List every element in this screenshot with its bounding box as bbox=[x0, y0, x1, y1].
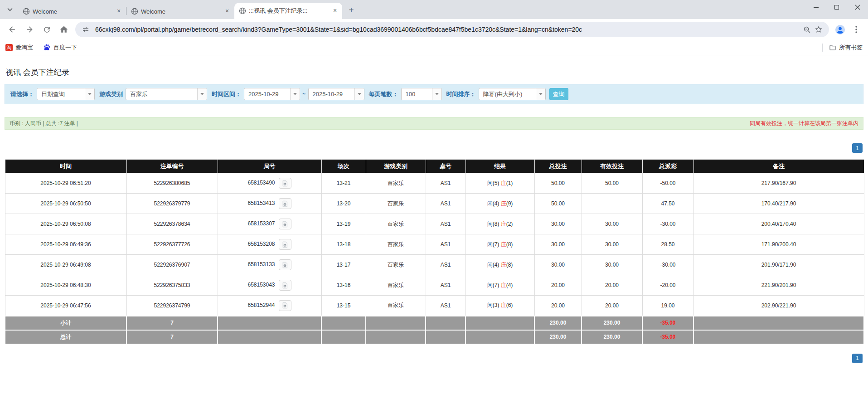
home-icon bbox=[59, 25, 68, 34]
cell-total-bet: 50.00 bbox=[534, 173, 582, 194]
cell-bet-id: 522926379779 bbox=[126, 194, 218, 214]
cell-game-type: 百家乐 bbox=[366, 296, 426, 316]
cell-total-bet: 20.00 bbox=[534, 296, 582, 316]
cell-time: 2025-10-29 06:48:30 bbox=[5, 275, 126, 296]
maximize-button[interactable] bbox=[826, 0, 847, 15]
page-number-button[interactable]: 1 bbox=[852, 143, 863, 153]
url-text[interactable]: 66cxkj98.com/ipl/portal.php/game/betreco… bbox=[95, 26, 797, 33]
pagination-bottom: 1 bbox=[5, 354, 863, 363]
round-id-value: 658152944 bbox=[247, 302, 275, 308]
sort-order-label: 时间排序： bbox=[446, 90, 476, 98]
video-replay-button[interactable] bbox=[279, 300, 291, 311]
close-tab-icon[interactable]: × bbox=[115, 8, 122, 15]
new-tab-button[interactable]: + bbox=[345, 4, 358, 16]
date-range-tilde: ~ bbox=[302, 91, 306, 97]
video-replay-button[interactable] bbox=[279, 198, 291, 209]
person-icon bbox=[835, 24, 845, 35]
tab-title: Welcome bbox=[33, 8, 112, 15]
video-replay-button[interactable] bbox=[279, 219, 291, 229]
browser-menu-button[interactable] bbox=[849, 22, 863, 37]
column-header: 总投注 bbox=[534, 160, 582, 173]
bookmark-taobao[interactable]: 淘 爱淘宝 bbox=[5, 42, 33, 53]
reload-button[interactable] bbox=[39, 22, 54, 37]
cell-session: 13-21 bbox=[321, 173, 366, 194]
table-row: 2025-10-29 06:48:30522926375833658153043… bbox=[5, 275, 864, 296]
back-icon bbox=[8, 25, 17, 34]
maximize-icon bbox=[834, 5, 839, 10]
tab-title: :::视讯 会员下注纪录::: bbox=[249, 7, 329, 15]
page-size-select[interactable]: 100 bbox=[401, 88, 442, 100]
table-row: 2025-10-29 06:47:56522926374799658152944… bbox=[5, 296, 864, 316]
round-id-value: 658153208 bbox=[247, 241, 275, 247]
profile-avatar[interactable] bbox=[833, 22, 847, 37]
date-from-select[interactable]: 2025-10-29 bbox=[244, 88, 300, 100]
chevron-down-icon bbox=[536, 88, 545, 100]
empty-cell bbox=[426, 330, 466, 344]
empty-cell bbox=[321, 316, 366, 330]
cell-table-no: AS1 bbox=[426, 296, 466, 316]
cell-session: 13-15 bbox=[321, 296, 366, 316]
back-button[interactable] bbox=[5, 22, 20, 37]
tab-welcome-2[interactable]: Welcome × bbox=[126, 4, 234, 19]
cell-session: 13-20 bbox=[321, 194, 366, 214]
currency-total-text: 币别 : 人民币 | 总共 :7 注单 | bbox=[10, 120, 78, 127]
result-player: 闲 bbox=[487, 241, 493, 248]
cell-payout: 19.00 bbox=[642, 296, 693, 316]
video-replay-button[interactable] bbox=[279, 239, 291, 250]
search-button[interactable]: 查询 bbox=[549, 88, 568, 100]
bookmark-star-icon[interactable] bbox=[813, 24, 824, 35]
pagination-top: 1 bbox=[5, 143, 863, 153]
forward-button[interactable] bbox=[22, 22, 37, 37]
video-replay-button[interactable] bbox=[279, 259, 291, 270]
cell-time: 2025-10-29 06:49:08 bbox=[5, 255, 126, 275]
bookmark-baidu[interactable]: 百度一下 bbox=[43, 42, 77, 53]
subtotal-total-bet: 230.00 bbox=[534, 316, 582, 330]
query-type-value: 日期查询 bbox=[37, 88, 85, 100]
forward-icon bbox=[25, 25, 34, 34]
cell-table-no: AS1 bbox=[426, 173, 466, 194]
all-bookmarks-button[interactable]: 所有书签 bbox=[829, 44, 863, 52]
home-button[interactable] bbox=[56, 22, 72, 37]
video-replay-icon bbox=[281, 282, 288, 289]
site-info-icon[interactable] bbox=[80, 24, 92, 35]
date-to-select[interactable]: 2025-10-29 bbox=[308, 88, 364, 100]
query-type-select[interactable]: 日期查询 bbox=[37, 88, 95, 100]
column-header: 游戏类别 bbox=[366, 160, 426, 173]
result-player: 闲 bbox=[487, 180, 493, 186]
chevron-down-icon bbox=[432, 88, 441, 100]
tab-strip: Welcome × Welcome × :::视讯 会员下注纪录::: × + bbox=[0, 0, 868, 19]
sort-order-select[interactable]: 降幂(由大到小) bbox=[479, 88, 546, 100]
close-window-button[interactable] bbox=[847, 0, 868, 15]
table-row: 2025-10-29 06:50:50522926379779658153413… bbox=[5, 194, 864, 214]
cell-valid-bet: 30.00 bbox=[582, 214, 642, 234]
tab-welcome-1[interactable]: Welcome × bbox=[18, 4, 126, 19]
column-header: 注单编号 bbox=[126, 160, 218, 173]
select-type-label: 请选择： bbox=[10, 90, 34, 98]
minimize-button[interactable] bbox=[805, 0, 826, 15]
column-header: 备注 bbox=[693, 160, 864, 173]
filter-bar: 请选择： 日期查询 游戏类别 百家乐 时间区间： 2025-10-29 ~ 20… bbox=[5, 84, 863, 104]
grand-total-row: 总计 7 230.00 230.00 -35.00 bbox=[5, 330, 864, 344]
cell-total-bet: 30.00 bbox=[534, 214, 582, 234]
cell-total-bet: 30.00 bbox=[534, 234, 582, 255]
reload-icon bbox=[43, 25, 51, 34]
close-tab-icon[interactable]: × bbox=[331, 7, 339, 15]
tab-bet-record-active[interactable]: :::视讯 会员下注纪录::: × bbox=[234, 3, 342, 19]
video-replay-button[interactable] bbox=[279, 178, 291, 189]
subtotal-row: 小计 7 230.00 230.00 -35.00 bbox=[5, 316, 864, 330]
result-banker: 庄 bbox=[501, 180, 506, 186]
empty-cell bbox=[366, 330, 426, 344]
zoom-out-icon[interactable] bbox=[801, 24, 813, 35]
result-player: 闲 bbox=[487, 221, 493, 227]
game-type-select[interactable]: 百家乐 bbox=[126, 88, 207, 100]
window-controls bbox=[805, 0, 868, 15]
video-replay-button[interactable] bbox=[279, 280, 291, 291]
address-bar[interactable]: 66cxkj98.com/ipl/portal.php/game/betreco… bbox=[75, 22, 829, 37]
cell-table-no: AS1 bbox=[426, 234, 466, 255]
toolbar-right bbox=[832, 22, 864, 37]
cell-result: 闲(7) 庄(4) bbox=[466, 275, 534, 296]
browser-window: Welcome × Welcome × :::视讯 会员下注纪录::: × + bbox=[0, 0, 868, 55]
page-number-button[interactable]: 1 bbox=[852, 354, 863, 363]
tab-search-button[interactable] bbox=[4, 3, 16, 16]
close-tab-icon[interactable]: × bbox=[223, 8, 231, 15]
